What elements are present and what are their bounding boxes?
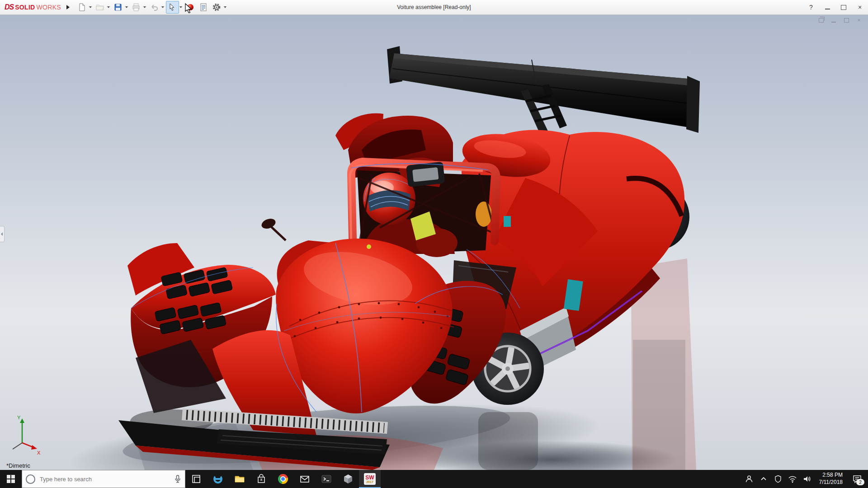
logo-text-works: WORKS [37,4,61,11]
save-button[interactable] [112,1,125,14]
logo-text-solid: SOLID [15,4,35,11]
solidworks-logo: DS SOLIDWORKS [0,3,64,11]
minimize-icon [825,9,830,9]
flyout-arrow-icon [66,5,70,9]
undo-dropdown[interactable] [161,6,164,8]
taskbar: SW 2017 [0,470,868,488]
doc-minimize-button[interactable] [830,17,837,23]
wifi-icon [788,474,797,483]
cube-icon [343,474,354,484]
taskbar-clock[interactable]: 2:58 PM 7/11/2018 [815,472,848,486]
mail-icon [299,474,310,484]
mirror-box [406,162,445,187]
options-button[interactable] [210,1,223,14]
windows-logo-icon [7,475,15,483]
window-controls: ? × [803,0,868,14]
speaker-icon [802,474,811,483]
print-button[interactable] [130,1,143,14]
help-button[interactable]: ? [803,0,819,14]
store-icon [256,474,267,484]
print-icon [132,3,141,12]
new-document-dropdown[interactable] [89,6,92,8]
file-explorer-icon [234,474,245,484]
gear-icon [212,3,221,12]
hood-marker-dot [367,244,371,249]
feature-tree-collapsed-tab[interactable] [0,226,5,242]
doc-maximize-icon [844,18,849,23]
tray-security-button[interactable] [771,470,785,488]
taskbar-solidworks[interactable]: SW 2017 [359,470,381,488]
new-document-button[interactable] [75,1,89,14]
rebuild-sphere-icon [186,3,195,12]
save-icon [113,3,123,12]
notification-badge: 2 [856,479,864,485]
doc-maximize-button[interactable] [843,17,850,23]
tray-volume-button[interactable] [800,470,814,488]
menu-flyout-button[interactable] [64,1,73,13]
view-orientation-label: *Dimetric [6,462,30,469]
doc-close-button[interactable]: × [855,17,863,23]
taskbar-file-explorer[interactable] [229,470,250,488]
document-properties-button[interactable] [197,1,210,14]
system-tray: 2:58 PM 7/11/2018 2 [742,470,868,488]
open-folder-icon [95,3,104,12]
main-toolbar [75,0,228,14]
solidworks-app-icon: SW 2017 [364,473,376,485]
edge-icon [212,474,223,484]
orientation-triad: Y X [13,415,41,455]
options-dropdown[interactable] [224,6,226,8]
task-view-icon [191,474,201,484]
select-cursor-icon [168,3,176,11]
doc-restore-icon [819,18,824,23]
axis-x-label: X [37,450,41,455]
start-button[interactable] [0,470,22,488]
doc-restore-button[interactable] [817,17,825,23]
open-dropdown[interactable] [107,6,110,8]
tray-network-button[interactable] [786,470,799,488]
taskbar-command-prompt[interactable] [316,470,337,488]
select-tool-button[interactable] [166,1,179,14]
save-dropdown[interactable] [125,6,128,8]
graphics-viewport[interactable]: × [0,14,868,470]
close-button[interactable]: × [852,0,868,14]
doc-minimize-icon [831,22,836,23]
task-view-button[interactable] [185,470,207,488]
new-document-icon [77,3,86,12]
cortana-icon [26,474,35,484]
minimize-button[interactable] [819,0,835,14]
ds-logo-icon: DS [5,3,14,11]
action-center-button[interactable]: 2 [848,470,866,488]
car-model-canvas[interactable]: Y X [0,14,868,470]
undo-button[interactable] [148,1,161,14]
document-window-controls: × [817,17,863,23]
maximize-button[interactable] [835,0,852,14]
shield-icon [774,475,782,483]
undo-icon [150,3,159,12]
person-icon [745,474,754,483]
chevron-up-icon [760,475,767,483]
tray-people-button[interactable] [742,470,756,488]
search-input[interactable] [39,475,170,483]
taskbar-chrome[interactable] [272,470,294,488]
open-button[interactable] [94,1,107,14]
taskbar-edge[interactable] [207,470,229,488]
titlebar: DS SOLIDWORKS [0,0,868,15]
microphone-icon[interactable] [174,475,181,483]
clock-time: 2:58 PM [822,472,843,479]
taskbar-search[interactable] [22,470,185,488]
clock-date: 7/11/2018 [819,479,843,486]
taskbar-mail[interactable] [294,470,316,488]
document-properties-icon [199,3,208,12]
rebuild-button[interactable] [184,1,197,14]
screen: DS SOLIDWORKS [0,0,868,488]
select-dropdown[interactable] [179,6,182,8]
axis-y-label: Y [17,415,21,420]
taskbar-store[interactable] [250,470,272,488]
taskbar-3d-app[interactable] [337,470,359,488]
command-prompt-icon [321,474,332,484]
maximize-icon [841,5,846,10]
tray-show-hidden-button[interactable] [757,470,770,488]
chrome-icon [278,474,288,484]
print-dropdown[interactable] [143,6,146,8]
